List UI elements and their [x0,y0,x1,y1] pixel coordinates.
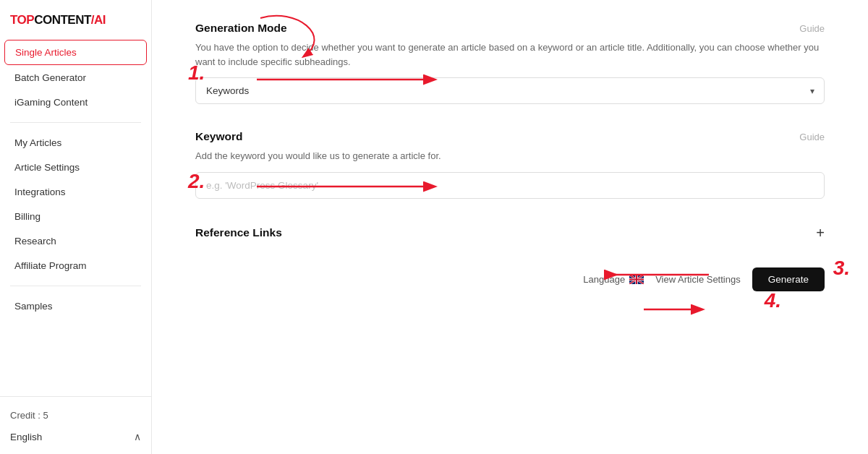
sidebar-item-my-articles[interactable]: My Articles [4,131,147,155]
reference-links-section: Reference Links + [195,225,825,241]
generation-mode-header: Generation Mode Guide [195,22,825,35]
sidebar-item-research[interactable]: Research [4,229,147,253]
nav-group-1: Single ArticlesBatch GeneratoriGaming Co… [0,39,151,115]
main-content: 1. 2. 3. [152,0,868,454]
keyword-header: Keyword Guide [195,130,825,143]
generation-mode-guide[interactable]: Guide [799,23,825,34]
generation-mode-select[interactable]: Keywords Article Title Subheadings [195,77,825,104]
bottom-bar: Language View Article Settings Generate [195,267,825,291]
generation-mode-title: Generation Mode [195,22,287,35]
logo-part3: /AI [91,13,106,27]
sidebar-item-affiliate-program[interactable]: Affiliate Program [4,254,147,278]
sidebar-item-billing[interactable]: Billing [4,205,147,228]
uk-flag-icon [629,274,644,284]
nav-divider-1 [10,122,141,123]
credit-label: Credit : 5 [10,406,141,425]
logo-part2: CONTENT [34,13,91,27]
keyword-guide[interactable]: Guide [799,132,825,142]
view-article-settings-link[interactable]: View Article Settings [655,274,741,285]
language-label: English [10,432,42,442]
sidebar: TOPCONTENT/AI Single ArticlesBatch Gener… [0,0,152,454]
reference-links-title: Reference Links [195,226,282,239]
generation-mode-desc: You have the option to decide whether yo… [195,40,825,69]
language-label-text: Language [583,274,625,285]
keyword-input[interactable] [195,172,825,199]
sidebar-item-igaming-content[interactable]: iGaming Content [4,90,147,114]
sidebar-item-samples[interactable]: Samples [4,294,147,318]
logo: TOPCONTENT/AI [0,0,151,39]
reference-links-header: Reference Links + [195,225,825,241]
language-view: Language [583,274,644,285]
sidebar-item-single-articles[interactable]: Single Articles [4,40,147,65]
chevron-up-icon: ∧ [134,431,141,442]
nav-group-2: My ArticlesArticle SettingsIntegrationsB… [0,130,151,278]
sidebar-item-integrations[interactable]: Integrations [4,180,147,204]
keyword-title: Keyword [195,130,242,143]
sidebar-bottom: Credit : 5 English ∧ [0,396,151,454]
sidebar-item-batch-generator[interactable]: Batch Generator [4,66,147,90]
keyword-desc: Add the keyword you would like us to gen… [195,149,825,163]
generation-mode-select-wrapper: Keywords Article Title Subheadings ▾ [195,77,825,104]
language-selector[interactable]: English ∧ [10,425,141,445]
annotation-3: 3. [833,257,850,280]
sidebar-item-article-settings[interactable]: Article Settings [4,155,147,179]
generate-button[interactable]: Generate [752,267,825,291]
nav-group-3: Samples [0,294,151,319]
add-reference-link-button[interactable]: + [816,225,825,241]
annotation-4: 4. [765,289,781,312]
keyword-section: Keyword Guide Add the keyword you would … [195,130,825,199]
nav-divider-2 [10,286,141,286]
generation-mode-section: Generation Mode Guide You have the optio… [195,22,825,104]
sidebar-nav: Single ArticlesBatch GeneratoriGaming Co… [0,39,151,396]
logo-part1: TOP [10,13,34,27]
